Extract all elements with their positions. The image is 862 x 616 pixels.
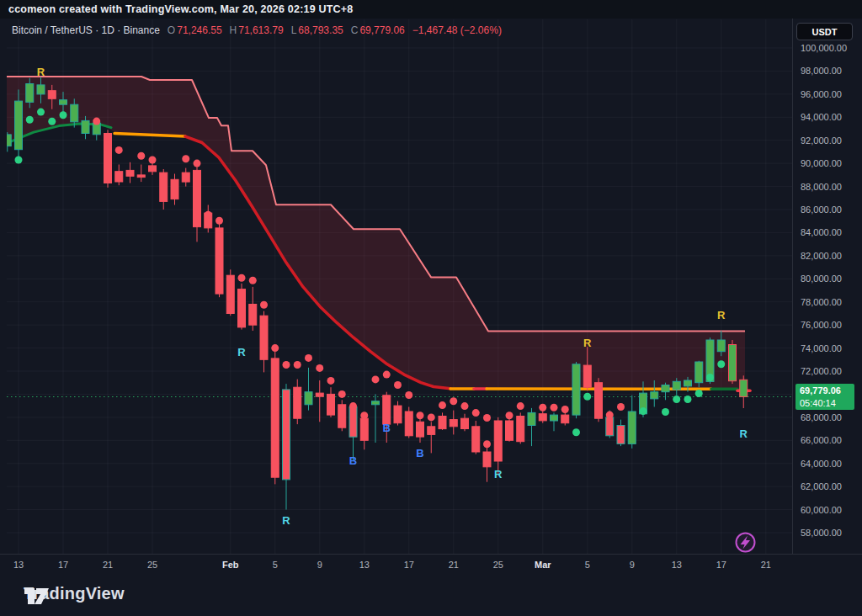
tradingview-logo-icon (24, 584, 50, 606)
svg-text:21: 21 (761, 560, 771, 570)
svg-text:Feb: Feb (222, 560, 239, 570)
svg-text:R: R (583, 337, 592, 349)
svg-text:13: 13 (359, 560, 370, 570)
svg-text:94,000.00: 94,000.00 (801, 112, 842, 122)
svg-text:60,000.00: 60,000.00 (801, 505, 842, 515)
currency-usdt-button[interactable]: USDT (796, 23, 853, 40)
time-axis[interactable]: 13172125Feb5913172125Mar59131721 (13, 560, 771, 570)
svg-text:86,000.00: 86,000.00 (801, 204, 842, 215)
svg-text:13: 13 (672, 560, 682, 570)
svg-text:17: 17 (716, 560, 726, 570)
svg-text:17: 17 (404, 560, 414, 570)
svg-text:17: 17 (58, 560, 68, 570)
svg-text:80,000.00: 80,000.00 (801, 273, 842, 284)
lightning-icon[interactable] (737, 534, 755, 552)
svg-text:R: R (237, 346, 246, 358)
last-price-badge: 69,779.06 05:40:14 (795, 384, 854, 410)
svg-text:B: B (416, 447, 423, 459)
symbol-legend[interactable]: Bitcoin / TetherUS · 1D · Binance O 71,2… (12, 24, 502, 36)
svg-text:25: 25 (493, 560, 503, 570)
svg-text:13: 13 (13, 560, 24, 570)
svg-text:66,000.00: 66,000.00 (801, 435, 842, 445)
price-axis-separator[interactable] (792, 19, 793, 554)
svg-text:9: 9 (317, 560, 322, 570)
svg-text:78,000.00: 78,000.00 (801, 297, 842, 307)
high-label: H (230, 24, 237, 36)
svg-text:R: R (37, 66, 45, 78)
low-label: L (291, 24, 297, 36)
ohlc-open: O 71,246.55 (168, 24, 222, 36)
svg-text:R: R (282, 514, 290, 527)
close-label: C (351, 24, 359, 36)
ohlc-close: C 69,779.06 (351, 24, 405, 36)
chart-window: ccomeon created with TradingView.com, Ma… (0, 0, 862, 616)
svg-text:R: R (494, 468, 503, 481)
last-price-value: 69,779.06 (800, 385, 854, 397)
low-value: 68,793.35 (298, 24, 343, 36)
price-axis[interactable]: 100,000.0098,000.0096,000.0094,000.0092,… (801, 43, 847, 538)
svg-text:5: 5 (585, 560, 590, 570)
watermark-text: ccomeon created with TradingView.com, Ma… (8, 3, 353, 15)
svg-text:90,000.00: 90,000.00 (801, 158, 842, 168)
svg-text:88,000.00: 88,000.00 (801, 182, 842, 192)
tradingview-footer[interactable]: TradingView (24, 584, 125, 603)
open-label: O (168, 24, 175, 36)
ohlc-high: H 71,613.79 (230, 24, 284, 36)
svg-text:5: 5 (273, 560, 278, 570)
svg-text:9: 9 (630, 560, 635, 570)
svg-text:92,000.00: 92,000.00 (801, 135, 842, 146)
svg-text:68,000.00: 68,000.00 (801, 412, 842, 422)
bar-countdown: 05:40:14 (800, 397, 854, 410)
svg-text:21: 21 (449, 560, 459, 570)
symbol-title[interactable]: Bitcoin / TetherUS · 1D · Binance (12, 24, 160, 36)
svg-text:B: B (383, 422, 391, 434)
open-value: 71,246.55 (177, 24, 221, 36)
svg-text:100,000.00: 100,000.00 (801, 43, 847, 53)
svg-text:Mar: Mar (535, 560, 551, 570)
svg-text:R: R (717, 309, 726, 321)
svg-text:82,000.00: 82,000.00 (801, 251, 842, 261)
svg-text:96,000.00: 96,000.00 (801, 89, 842, 99)
svg-text:R: R (740, 427, 748, 440)
time-axis-separator[interactable] (0, 554, 862, 555)
high-value: 71,613.79 (238, 24, 283, 36)
svg-text:74,000.00: 74,000.00 (801, 343, 842, 353)
svg-text:76,000.00: 76,000.00 (801, 320, 842, 330)
svg-text:98,000.00: 98,000.00 (801, 66, 842, 76)
svg-text:21: 21 (103, 560, 113, 570)
svg-text:72,000.00: 72,000.00 (801, 366, 842, 376)
svg-text:64,000.00: 64,000.00 (801, 459, 842, 469)
ohlc-low: L 68,793.35 (291, 24, 343, 36)
svg-text:84,000.00: 84,000.00 (801, 227, 842, 237)
price-chart[interactable]: RRRBBBRRRR100,000.0098,000.0096,000.0094… (0, 0, 862, 616)
svg-text:62,000.00: 62,000.00 (801, 481, 842, 491)
svg-text:58,000.00: 58,000.00 (801, 528, 842, 538)
svg-text:B: B (349, 454, 357, 467)
svg-text:25: 25 (147, 560, 157, 570)
close-value: 69,779.06 (359, 24, 404, 36)
change-value: −1,467.48 (−2.06%) (412, 24, 502, 36)
